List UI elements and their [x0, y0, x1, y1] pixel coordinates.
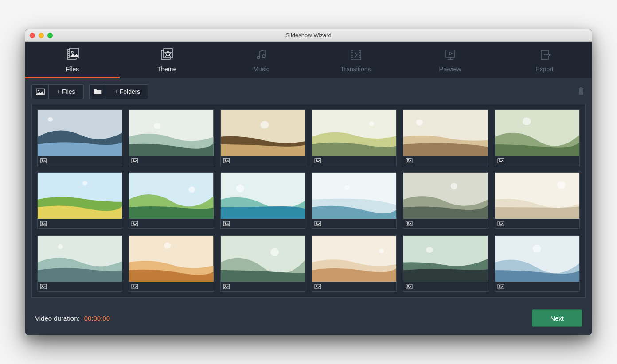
media-item[interactable] — [403, 172, 488, 229]
svg-point-44 — [236, 185, 244, 192]
media-badge — [403, 156, 488, 166]
transitions-icon — [349, 48, 363, 62]
add-files-button[interactable]: + Files — [31, 84, 84, 99]
media-item[interactable] — [495, 109, 580, 166]
close-icon[interactable] — [30, 33, 35, 38]
wizard-stepper: Files Theme Music Transitions Preview Ex… — [25, 42, 592, 78]
svg-point-10 — [38, 90, 39, 91]
svg-point-74 — [316, 285, 317, 287]
media-thumbnail — [129, 236, 213, 282]
media-item[interactable] — [220, 172, 305, 229]
media-item[interactable] — [495, 235, 580, 292]
media-badge — [312, 219, 396, 228]
duration-value: 00:00:00 — [84, 314, 110, 322]
media-thumbnail — [403, 236, 488, 282]
media-badge — [221, 219, 305, 228]
add-folders-button[interactable]: + Folders — [89, 84, 149, 99]
media-thumbnail — [129, 173, 213, 219]
add-files-label: + Files — [49, 88, 83, 95]
svg-point-54 — [407, 222, 409, 224]
media-item[interactable] — [312, 172, 397, 229]
next-button[interactable]: Next — [532, 309, 582, 327]
step-export-label: Export — [535, 66, 553, 73]
step-transitions-label: Transitions — [341, 66, 371, 73]
svg-point-46 — [225, 222, 226, 224]
add-folders-label: + Folders — [106, 88, 148, 95]
media-item[interactable] — [220, 109, 305, 166]
export-icon — [538, 48, 552, 62]
minimize-icon[interactable] — [39, 33, 44, 38]
svg-point-28 — [416, 120, 423, 126]
titlebar: Slideshow Wizard — [25, 29, 592, 42]
media-badge — [221, 282, 305, 291]
svg-point-62 — [42, 285, 43, 287]
music-icon — [254, 48, 269, 62]
step-files[interactable]: Files — [25, 42, 120, 78]
media-item[interactable] — [403, 109, 488, 166]
svg-point-72 — [379, 248, 384, 253]
media-item[interactable] — [403, 235, 488, 292]
media-item[interactable] — [312, 109, 397, 166]
media-item[interactable] — [220, 235, 305, 292]
media-item[interactable] — [37, 109, 122, 166]
media-thumbnail — [495, 110, 579, 156]
media-badge — [312, 282, 396, 291]
svg-rect-7 — [351, 50, 361, 60]
svg-point-30 — [407, 159, 409, 161]
media-thumbnail — [38, 236, 122, 282]
footer: Video duration: 00:00:00 Next — [25, 302, 592, 335]
window-controls — [30, 33, 53, 38]
media-item[interactable] — [37, 172, 122, 229]
image-icon — [32, 85, 49, 99]
media-badge — [38, 219, 122, 228]
svg-point-66 — [133, 285, 134, 287]
media-badge — [403, 219, 488, 228]
svg-point-24 — [369, 121, 374, 126]
svg-point-20 — [260, 121, 269, 128]
media-thumbnail — [403, 173, 488, 219]
step-theme[interactable]: Theme — [120, 42, 214, 78]
svg-point-76 — [426, 247, 433, 253]
body: + Files + Folders — [25, 78, 592, 302]
media-item[interactable] — [495, 172, 580, 229]
media-item[interactable] — [129, 109, 214, 166]
media-item[interactable] — [312, 235, 397, 292]
media-badge — [38, 282, 122, 291]
media-thumbnail — [221, 110, 305, 156]
svg-point-50 — [316, 222, 317, 224]
svg-point-68 — [270, 248, 279, 256]
zoom-icon[interactable] — [47, 33, 53, 38]
media-item[interactable] — [129, 172, 214, 229]
step-preview[interactable]: Preview — [403, 42, 497, 78]
preview-icon — [443, 48, 457, 62]
step-music[interactable]: Music — [214, 42, 308, 78]
media-item[interactable] — [129, 235, 214, 292]
step-export[interactable]: Export — [497, 42, 592, 78]
svg-point-5 — [257, 56, 260, 59]
media-badge — [129, 219, 213, 228]
media-item[interactable] — [37, 235, 122, 292]
svg-point-70 — [225, 285, 226, 287]
duration-label: Video duration: — [35, 314, 80, 322]
step-music-label: Music — [253, 66, 269, 73]
svg-point-16 — [154, 123, 160, 129]
trash-button[interactable] — [577, 86, 586, 97]
media-badge — [495, 282, 579, 291]
svg-point-12 — [48, 117, 53, 121]
step-transitions[interactable]: Transitions — [308, 42, 403, 78]
svg-point-26 — [316, 159, 317, 161]
media-badge — [403, 282, 488, 291]
media-thumbnail — [495, 236, 579, 282]
media-thumbnail — [312, 110, 396, 156]
media-badge — [38, 156, 122, 166]
svg-point-56 — [557, 181, 566, 189]
step-preview-label: Preview — [439, 66, 461, 73]
media-badge — [495, 219, 579, 228]
svg-point-34 — [499, 159, 500, 161]
media-grid-container — [31, 104, 586, 298]
svg-point-18 — [133, 159, 134, 161]
media-thumbnail — [312, 173, 396, 219]
media-badge — [221, 156, 305, 166]
files-icon — [66, 48, 80, 62]
window-title: Slideshow Wizard — [25, 32, 592, 39]
